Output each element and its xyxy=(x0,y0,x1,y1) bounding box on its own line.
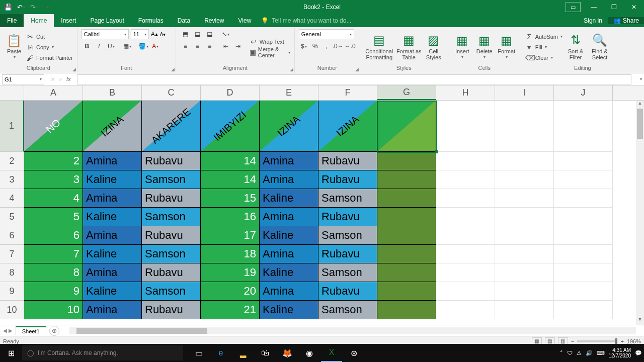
row-header-7[interactable]: 7 xyxy=(0,245,24,263)
cell-B8[interactable]: Amina xyxy=(83,263,142,282)
cell-A7[interactable]: 7 xyxy=(24,245,83,263)
cell-H2[interactable] xyxy=(436,152,495,170)
cell-E4[interactable]: Kaline xyxy=(260,189,318,208)
cell-H3[interactable] xyxy=(436,170,495,189)
cell-J1[interactable] xyxy=(554,101,613,152)
cell-D7[interactable]: 18 xyxy=(201,245,260,263)
spreadsheet-grid[interactable]: ABCDEFGHIJ 1NOIZINAAKAREREIMIBYIZIIZINAI… xyxy=(0,85,644,325)
copy-button[interactable]: ⎘Copy▾ xyxy=(26,42,73,52)
restore-button[interactable]: ❐ xyxy=(604,0,624,14)
cell-G7[interactable] xyxy=(377,245,436,263)
firefox-icon[interactable]: 🦊 xyxy=(277,344,298,362)
cell-D6[interactable]: 17 xyxy=(201,226,260,245)
increase-indent-icon[interactable]: ⇥ xyxy=(232,41,244,51)
cell-B4[interactable]: Amina xyxy=(83,189,142,208)
sort-filter-button[interactable]: ⇅Sort & Filter xyxy=(565,29,587,65)
cell-H6[interactable] xyxy=(436,226,495,245)
cell-F7[interactable]: Rubavu xyxy=(318,245,377,263)
column-header-E[interactable]: E xyxy=(260,85,318,100)
cell-F4[interactable]: Samson xyxy=(318,189,377,208)
sheet-tab-1[interactable]: Sheet1 xyxy=(16,326,46,335)
cancel-formula-icon[interactable]: ✕ xyxy=(50,76,55,83)
tab-formulas[interactable]: Formulas xyxy=(131,14,171,27)
cell-J9[interactable] xyxy=(554,282,613,301)
tray-chevron-icon[interactable]: ˄ xyxy=(560,350,563,356)
column-header-G[interactable]: G xyxy=(377,85,436,100)
cell-B10[interactable]: Amina xyxy=(83,301,142,319)
tab-file[interactable]: File xyxy=(0,14,24,27)
cell-styles-button[interactable]: ▨Cell Styles xyxy=(424,29,444,65)
cell-E7[interactable]: Amina xyxy=(260,245,318,263)
cell-D5[interactable]: 16 xyxy=(201,208,260,226)
cell-D4[interactable]: 15 xyxy=(201,189,260,208)
cell-C3[interactable]: Samson xyxy=(142,170,201,189)
italic-button[interactable]: I xyxy=(94,41,105,51)
cell-I3[interactable] xyxy=(495,170,554,189)
format-as-table-button[interactable]: ▦Format as Table xyxy=(396,29,422,65)
align-middle-icon[interactable]: ⬓ xyxy=(192,29,203,39)
undo-icon[interactable]: ↶▾ xyxy=(15,2,27,13)
start-button[interactable]: ⊞ xyxy=(0,348,22,358)
align-bottom-icon[interactable]: ⬓ xyxy=(204,29,215,39)
cell-A2[interactable]: 2 xyxy=(24,152,83,170)
cell-J10[interactable] xyxy=(554,301,613,319)
zoom-out-icon[interactable]: − xyxy=(571,338,574,344)
edge-icon[interactable]: e xyxy=(210,344,231,362)
cell-F3[interactable]: Rubavu xyxy=(318,170,377,189)
select-all-corner[interactable] xyxy=(0,85,24,100)
header-cell-G1[interactable] xyxy=(377,101,436,152)
row-header-4[interactable]: 4 xyxy=(0,189,24,208)
new-sheet-button[interactable]: ⊕ xyxy=(49,326,59,336)
column-header-A[interactable]: A xyxy=(24,85,83,100)
cell-F9[interactable]: Rubavu xyxy=(318,282,377,301)
cell-E8[interactable]: Kaline xyxy=(260,263,318,282)
format-cells-button[interactable]: ▦Format▾ xyxy=(497,29,517,65)
formula-input[interactable] xyxy=(77,74,631,84)
conditional-formatting-button[interactable]: ▤Conditional Formatting xyxy=(364,29,394,65)
font-name-combo[interactable]: Calibri▾ xyxy=(82,29,129,39)
tab-insert[interactable]: Insert xyxy=(54,14,83,27)
cell-H10[interactable] xyxy=(436,301,495,319)
ribbon-options-icon[interactable]: ▭ xyxy=(566,2,581,12)
cell-B7[interactable]: Kaline xyxy=(83,245,142,263)
cell-I4[interactable] xyxy=(495,189,554,208)
cell-I1[interactable] xyxy=(495,101,554,152)
header-cell-A1[interactable]: NO xyxy=(24,101,83,152)
cell-H4[interactable] xyxy=(436,189,495,208)
fx-icon[interactable]: fx xyxy=(66,76,71,83)
cell-G5[interactable] xyxy=(377,208,436,226)
decrease-decimal-icon[interactable]: ←.0 xyxy=(345,41,356,51)
clipboard-dialog-launcher[interactable]: ◢ xyxy=(72,67,76,72)
column-header-I[interactable]: I xyxy=(495,85,554,100)
paste-button[interactable]: 📋 Paste ▾ xyxy=(4,29,24,65)
cell-F2[interactable]: Rubavu xyxy=(318,152,377,170)
cell-C8[interactable]: Rubavu xyxy=(142,263,201,282)
fill-button[interactable]: ▾Fill▾ xyxy=(525,42,562,52)
cell-C10[interactable]: Rubavu xyxy=(142,301,201,319)
align-right-icon[interactable]: ≡ xyxy=(204,41,215,51)
vertical-scroll-thumb[interactable] xyxy=(637,109,643,139)
borders-button[interactable]: ▦▾ xyxy=(122,41,133,51)
cell-G10[interactable] xyxy=(377,301,436,319)
horizontal-scrollbar[interactable] xyxy=(69,327,636,334)
cell-H1[interactable] xyxy=(436,101,495,152)
decrease-font-icon[interactable]: A▾ xyxy=(160,32,166,37)
row-header-2[interactable]: 2 xyxy=(0,152,24,170)
cell-F8[interactable]: Samson xyxy=(318,263,377,282)
increase-font-icon[interactable]: A▴ xyxy=(151,31,158,38)
increase-decimal-icon[interactable]: .0→ xyxy=(333,41,344,51)
minimize-button[interactable]: — xyxy=(584,0,604,14)
font-dialog-launcher[interactable]: ◢ xyxy=(171,67,175,72)
share-button[interactable]: 👥 Share xyxy=(608,17,644,24)
cell-D3[interactable]: 14 xyxy=(201,170,260,189)
cell-G2[interactable] xyxy=(377,152,436,170)
excel-taskbar-icon[interactable]: X xyxy=(321,344,342,362)
cell-I9[interactable] xyxy=(495,282,554,301)
align-left-icon[interactable]: ≡ xyxy=(180,41,191,51)
cell-E10[interactable]: Kaline xyxy=(260,301,318,319)
cortana-search[interactable]: ◯ I'm Cortana. Ask me anything. xyxy=(22,345,183,360)
format-painter-button[interactable]: 🖌Format Painter xyxy=(26,53,73,63)
cell-I5[interactable] xyxy=(495,208,554,226)
cell-C6[interactable]: Rubavu xyxy=(142,226,201,245)
autosum-button[interactable]: ΣAutoSum▾ xyxy=(525,32,562,42)
